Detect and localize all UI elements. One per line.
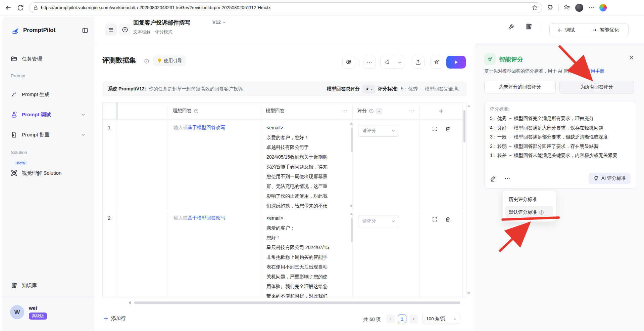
cell-scrollbar[interactable]	[351, 128, 353, 152]
delete-row-icon[interactable]	[445, 126, 451, 132]
ideal-answer-cell[interactable]: 输入或基于模型回答改写	[168, 210, 261, 298]
version-label: V12	[212, 19, 221, 25]
total-score-badge[interactable]: ★ -	[362, 85, 375, 93]
copilot-icon[interactable]	[599, 4, 607, 11]
favorites-bar-icon[interactable]	[563, 4, 571, 11]
bookmark-star-icon[interactable]	[532, 4, 538, 11]
ai-criteria-button[interactable]: AI 评分标准	[589, 173, 631, 184]
column-menu-icon[interactable]	[342, 108, 348, 114]
run-all-button[interactable]	[446, 56, 466, 69]
page-number-button[interactable]: 1	[398, 315, 406, 323]
chevron-down-icon[interactable]	[81, 132, 86, 137]
browser-menu-dots-icon[interactable]	[588, 4, 595, 11]
hide-columns-button[interactable]	[342, 56, 355, 69]
input-cell[interactable]	[116, 120, 168, 210]
extensions-puzzle-icon[interactable]	[547, 4, 554, 11]
rewrite-from-model-link[interactable]: 基于模型回答改写	[188, 125, 225, 130]
collapse-sidebar-icon[interactable]	[82, 27, 88, 34]
rewrite-from-model-link[interactable]: 基于模型回答改写	[188, 215, 225, 220]
table-horizontal-scrollbar[interactable]	[134, 301, 460, 304]
ideal-answer-header-label: 理想回答	[173, 108, 192, 114]
page-size-select[interactable]: 100 条/页	[422, 314, 460, 324]
cell-scrollbar[interactable]	[351, 218, 353, 242]
question-circle-icon[interactable]	[539, 210, 544, 215]
cell-scroll-up-indicator[interactable]	[350, 213, 353, 215]
sidebar-item-prompt-batch[interactable]: Prompt 批量	[6, 128, 90, 141]
section-label-prompt: Prompt	[11, 73, 26, 78]
smart-optimize-button[interactable]: 智能优化	[583, 24, 629, 36]
cell-scroll-up-indicator[interactable]	[350, 122, 353, 125]
sidebar-item-prompt-debug[interactable]: Prompt 调试	[6, 108, 90, 121]
score-all-button[interactable]: 为所有回答评分	[559, 81, 634, 93]
model-answer-cell[interactable]: <email> 亲爱的客户： 您好！ 星辰科技有限公司 2024/07/15 非…	[261, 210, 353, 298]
star-glyph: ★	[365, 87, 369, 91]
usage-guide-button[interactable]: 使用引导	[153, 55, 186, 66]
table-vertical-scrollbar[interactable]	[463, 110, 465, 142]
menu-item-history-criteria[interactable]: 历史评分标准	[505, 193, 553, 206]
address-bar[interactable]: https://promptpilot.volcengine.com/workb…	[29, 2, 542, 13]
column-menu-icon[interactable]	[409, 108, 415, 114]
sidebar-item-label: Prompt 生成	[22, 91, 50, 98]
table-scroll-down-arrow[interactable]	[467, 292, 470, 295]
next-page-button[interactable]	[409, 315, 418, 323]
model-answer-cell[interactable]: <email> 亲爱的客户，您好！ 卓越科技有限公司于 2024/05/15收到…	[261, 120, 353, 210]
sidebar-item-tasks[interactable]: 任务管理	[6, 52, 90, 65]
score-star-button[interactable]	[430, 56, 443, 69]
flask-icon	[11, 111, 17, 118]
close-icon[interactable]	[629, 55, 634, 60]
expand-row-icon[interactable]	[432, 126, 438, 132]
criteria-more-icon[interactable]	[504, 175, 510, 181]
table-row: 2 输入或基于模型回答改写 <email> 亲爱的客户： 您好！ 星辰科技有限公…	[103, 210, 466, 298]
chevron-right-icon	[411, 317, 415, 321]
question-circle-icon[interactable]	[369, 109, 374, 114]
user-avatar[interactable]: W	[10, 305, 24, 319]
expand-row-icon[interactable]	[432, 216, 438, 222]
score-unscored-button[interactable]: 为未评分的回答评分	[484, 81, 556, 93]
user-name: wei	[29, 305, 37, 311]
score-star-badge-icon	[484, 53, 496, 65]
more-actions-button[interactable]	[363, 56, 376, 69]
upload-button[interactable]	[412, 56, 425, 69]
sidebar-item-knowledge-base[interactable]: 知识库	[6, 279, 90, 292]
scoring-criteria-card: 评分标准: 5：优秀 － 模型回答完全满足所有要求，理由充分 4：良好 － 模型…	[484, 102, 636, 189]
prev-page-button[interactable]	[386, 315, 395, 323]
question-circle-icon[interactable]	[194, 109, 199, 114]
model-answer-header-label: 模型回答	[266, 108, 285, 114]
chevron-down-icon[interactable]	[81, 112, 86, 117]
add-row-button[interactable]: 添加行	[103, 315, 126, 322]
new-task-button[interactable]	[119, 24, 131, 36]
debug-tab-button[interactable]: 调试	[549, 24, 583, 36]
generate-options-button[interactable]	[394, 56, 405, 68]
debug-tab-label: 调试	[565, 27, 575, 33]
sidebar-item-vision-solution[interactable]: 视觉理解 Solution	[6, 167, 90, 179]
edit-criteria-icon[interactable]	[490, 175, 496, 182]
wrench-icon[interactable]	[508, 23, 515, 30]
browser-refresh-icon[interactable]	[17, 4, 24, 11]
delete-row-icon[interactable]	[445, 216, 451, 222]
user-manual-link[interactable]: 使用手册	[586, 69, 604, 74]
url-text[interactable]: https://promptpilot.volcengine.com/workb…	[41, 5, 529, 10]
menu-item-default-criteria[interactable]: 默认评分标准	[505, 206, 553, 219]
total-score-label: 模型回答总评分	[327, 86, 360, 92]
ideal-answer-cell[interactable]: 输入或基于模型回答改写	[168, 120, 261, 210]
table-horizontal-scrollbar-track[interactable]	[134, 301, 460, 304]
info-icon[interactable]	[144, 58, 149, 64]
version-selector[interactable]: V12	[212, 19, 226, 25]
ellipsis-icon	[366, 59, 373, 65]
wand-icon	[11, 91, 17, 98]
scroll-left-arrow[interactable]	[127, 300, 133, 305]
cell-scroll-down-indicator[interactable]	[350, 205, 353, 207]
handbook-icon[interactable]	[525, 23, 532, 30]
sidebar-item-prompt-gen[interactable]: Prompt 生成	[6, 88, 90, 101]
score-select[interactable]: 请评分	[358, 215, 399, 227]
add-column-header[interactable]	[420, 102, 463, 119]
table-scroll-up-arrow[interactable]	[467, 105, 470, 107]
browser-back-icon[interactable]	[5, 4, 12, 11]
hamburger-menu-button[interactable]	[105, 24, 117, 36]
score-filter-badge[interactable]: -	[376, 108, 382, 114]
magic-generate-button[interactable]	[381, 56, 394, 68]
system-prompt-bar[interactable]: 系统 Prompt/V12: 你的任务是起草一封简短高效的回复客户投诉... 模…	[102, 82, 467, 96]
input-cell[interactable]	[116, 210, 168, 298]
browser-profile-avatar[interactable]	[575, 4, 583, 12]
score-select[interactable]: 请评分	[358, 125, 399, 137]
